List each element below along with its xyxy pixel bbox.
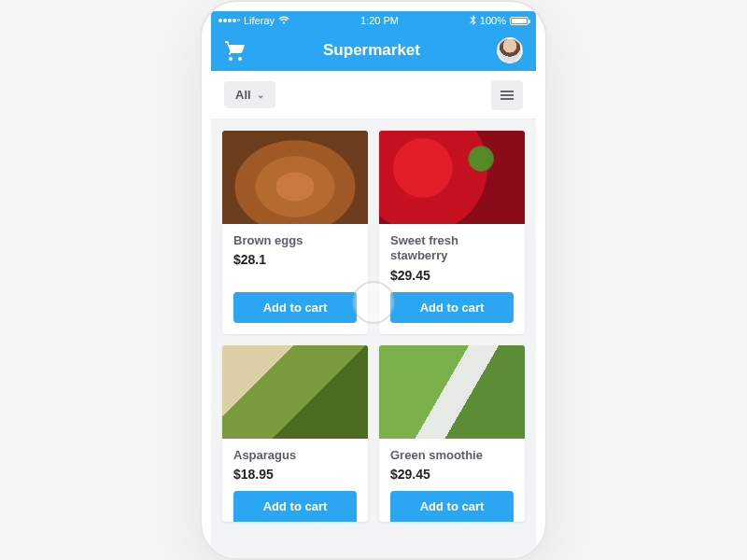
add-to-cart-button[interactable]: Add to cart (233, 491, 357, 522)
signal-dots-icon (218, 19, 240, 22)
product-price: $29.45 (390, 467, 514, 482)
product-name: Brown eggs (233, 233, 357, 248)
product-price: $28.1 (233, 252, 357, 267)
product-grid-container: Brown eggs $28.1 Add to cart Sweet fresh… (211, 119, 536, 558)
page-title: Supermarket (323, 41, 420, 60)
carrier-label: Liferay (244, 15, 275, 26)
filter-bar: All ⌄ (211, 71, 536, 119)
add-to-cart-button[interactable]: Add to cart (390, 292, 514, 323)
product-name: Asparagus (233, 448, 357, 463)
list-view-icon (500, 91, 514, 100)
product-image (222, 131, 368, 224)
add-to-cart-button[interactable]: Add to cart (233, 292, 357, 323)
status-bar: Liferay 1:20 PM 100% (211, 11, 536, 30)
product-image (379, 345, 525, 439)
product-price: $18.95 (233, 467, 357, 482)
status-left: Liferay (218, 15, 289, 26)
wifi-icon (278, 15, 289, 26)
avatar[interactable] (497, 37, 523, 63)
status-time: 1:20 PM (360, 15, 399, 26)
product-image (379, 131, 525, 224)
view-toggle-button[interactable] (491, 80, 523, 110)
chevron-down-icon: ⌄ (257, 90, 264, 100)
product-price: $29.45 (390, 268, 514, 283)
cart-icon[interactable] (224, 40, 247, 61)
screen: Liferay 1:20 PM 100% Supermarket (211, 11, 536, 558)
product-card[interactable]: Green smoothie $29.45 Add to cart (379, 345, 525, 522)
battery-icon (510, 17, 529, 25)
status-right: 100% (470, 15, 529, 27)
product-name: Green smoothie (390, 448, 514, 463)
product-card[interactable]: Asparagus $18.95 Add to cart (222, 345, 368, 522)
add-to-cart-button[interactable]: Add to cart (390, 491, 514, 522)
battery-percent: 100% (480, 15, 506, 26)
product-image (222, 345, 368, 439)
product-card[interactable]: Sweet fresh stawberry $29.45 Add to cart (379, 131, 525, 334)
filter-label: All (235, 88, 251, 102)
product-card[interactable]: Brown eggs $28.1 Add to cart (222, 131, 368, 334)
product-name: Sweet fresh stawberry (390, 233, 514, 264)
product-grid: Brown eggs $28.1 Add to cart Sweet fresh… (222, 131, 525, 522)
nav-bar: Supermarket (211, 30, 536, 71)
phone-frame: Liferay 1:20 PM 100% Supermarket (200, 0, 547, 560)
filter-dropdown[interactable]: All ⌄ (224, 81, 275, 108)
bluetooth-icon (470, 15, 476, 27)
